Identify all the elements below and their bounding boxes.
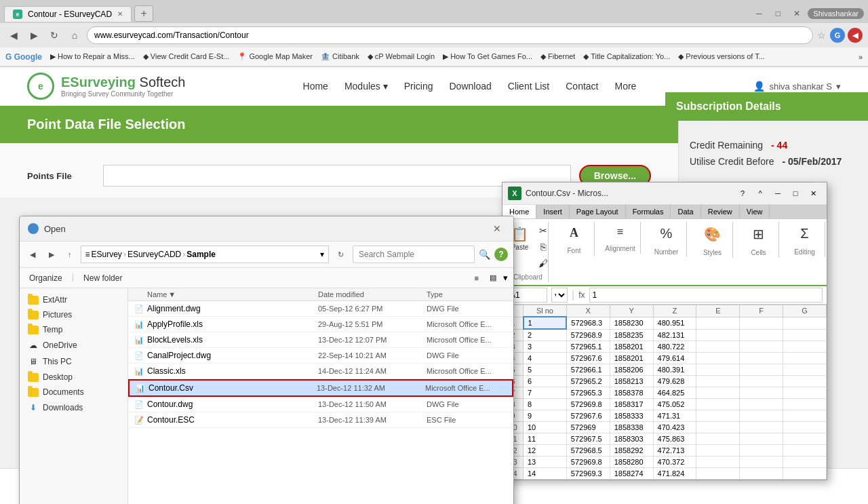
cell[interactable] bbox=[783, 353, 827, 364]
window-close-button[interactable]: ✕ bbox=[789, 5, 805, 22]
sidebar-item-documents[interactable]: Documents bbox=[20, 385, 127, 400]
cell[interactable]: 1858235 bbox=[610, 329, 653, 341]
excel-tab-review[interactable]: Review bbox=[701, 205, 740, 218]
bookmark-6[interactable]: ▶ How To Get Games Fo... bbox=[443, 52, 532, 61]
cell[interactable] bbox=[783, 399, 827, 410]
table-row[interactable]: 99572967.61858333471.31 bbox=[503, 410, 827, 422]
excel-tab-pagelayout[interactable]: Page Layout bbox=[570, 205, 626, 218]
cell[interactable]: 475.052 bbox=[653, 399, 696, 410]
cell[interactable] bbox=[696, 457, 740, 468]
cell[interactable]: 480.951 bbox=[653, 317, 696, 329]
cell[interactable]: 470.423 bbox=[653, 422, 696, 433]
cell[interactable]: 12 bbox=[524, 445, 567, 457]
cell[interactable]: 482.131 bbox=[653, 329, 696, 341]
col-type[interactable]: Type bbox=[427, 290, 508, 298]
sidebar-item-pictures[interactable]: Pictures bbox=[20, 307, 127, 322]
cell[interactable]: 572968.5 bbox=[566, 445, 610, 457]
extension-icon[interactable]: ◀ bbox=[848, 28, 863, 43]
file-blocklevels[interactable]: 📊 BlockLevels.xls 13-Dec-12 12:07 PM Mic… bbox=[128, 332, 513, 348]
table-row[interactable]: 1111572967.51858303475.863 bbox=[503, 433, 827, 445]
excel-tab-view[interactable]: View bbox=[740, 205, 770, 218]
cell[interactable]: 1858230 bbox=[610, 317, 653, 329]
cell[interactable]: 1858201 bbox=[610, 341, 653, 353]
cell[interactable]: 471.824 bbox=[653, 468, 696, 480]
cell[interactable]: 3 bbox=[524, 341, 567, 353]
search-input[interactable] bbox=[353, 246, 475, 263]
dialog-up-button[interactable]: ↑ bbox=[63, 248, 77, 261]
points-file-input[interactable] bbox=[103, 165, 571, 187]
cell[interactable]: 6 bbox=[524, 376, 567, 387]
bookmark-2[interactable]: ◆ View Credit Card E-St... bbox=[143, 52, 230, 61]
col-y[interactable]: Y bbox=[610, 305, 653, 317]
cell[interactable] bbox=[696, 387, 740, 399]
url-input[interactable] bbox=[87, 26, 813, 44]
cell[interactable]: 1858317 bbox=[610, 399, 653, 410]
cell[interactable] bbox=[740, 329, 783, 341]
cell[interactable] bbox=[783, 317, 827, 329]
cell[interactable]: 1858378 bbox=[610, 387, 653, 399]
cell[interactable] bbox=[696, 445, 740, 457]
forward-button[interactable]: ▶ bbox=[26, 27, 42, 43]
cell[interactable]: 572969.8 bbox=[566, 399, 610, 410]
cell[interactable] bbox=[696, 341, 740, 353]
sync-icon[interactable]: G bbox=[830, 28, 845, 43]
sidebar-item-onedrive[interactable]: ☁ OneDrive bbox=[20, 337, 127, 353]
cell[interactable] bbox=[696, 329, 740, 341]
view-details-button[interactable]: ▤ bbox=[486, 271, 500, 285]
bookmark-3[interactable]: 📍 Google Map Maker bbox=[237, 52, 313, 61]
cell[interactable] bbox=[696, 376, 740, 387]
breadcrumb-dropdown[interactable]: ▾ bbox=[320, 250, 324, 259]
browser-tab[interactable]: e Contour - ESurveyCAD ✕ bbox=[4, 6, 132, 22]
cell[interactable]: 572968.9 bbox=[566, 329, 610, 341]
cell[interactable] bbox=[783, 410, 827, 422]
nav-home[interactable]: Home bbox=[303, 81, 328, 92]
excel-tab-insert[interactable]: Insert bbox=[536, 205, 570, 218]
table-row[interactable]: 66572965.21858213479.628 bbox=[503, 376, 827, 387]
cell[interactable]: 572967.6 bbox=[566, 353, 610, 364]
cell[interactable]: 2 bbox=[524, 329, 567, 341]
nav-more[interactable]: More bbox=[614, 81, 636, 92]
sidebar-item-thispc[interactable]: 🖥 This PC bbox=[20, 353, 127, 370]
col-date[interactable]: Date modified bbox=[318, 290, 427, 298]
cell[interactable]: 1858206 bbox=[610, 364, 653, 376]
breadcrumb-sample[interactable]: Sample bbox=[186, 250, 216, 259]
dialog-forward-button[interactable]: ▶ bbox=[44, 248, 59, 262]
view-dropdown[interactable]: ▾ bbox=[503, 273, 508, 283]
file-alignment[interactable]: 📄 Alignment.dwg 05-Sep-12 6:27 PM DWG Fi… bbox=[128, 301, 513, 317]
sidebar-item-downloads[interactable]: ⬇ Downloads bbox=[20, 400, 127, 416]
file-contouresc[interactable]: 📝 Contour.ESC 13-Dec-12 11:39 AM ESC Fil… bbox=[128, 412, 513, 428]
organize-button[interactable]: Organize bbox=[25, 271, 66, 285]
cell[interactable]: 572967.6 bbox=[566, 410, 610, 422]
col-f[interactable]: F bbox=[740, 305, 783, 317]
cell[interactable]: 572966.1 bbox=[566, 364, 610, 376]
cell[interactable]: 14 bbox=[524, 468, 567, 480]
excel-ribbon-toggle[interactable]: ^ bbox=[752, 187, 768, 199]
cell[interactable] bbox=[783, 457, 827, 468]
search-button[interactable]: 🔍 bbox=[479, 249, 490, 260]
cut-button[interactable]: ✂ bbox=[536, 223, 550, 238]
cell[interactable] bbox=[783, 445, 827, 457]
cell[interactable]: 9 bbox=[524, 410, 567, 422]
user-menu[interactable]: 👤 shiva shankar S ▾ bbox=[753, 81, 841, 92]
cell[interactable] bbox=[696, 468, 740, 480]
sidebar-item-extattr[interactable]: ExtAttr bbox=[20, 292, 127, 307]
col-g[interactable]: G bbox=[783, 305, 827, 317]
table-row[interactable]: 10105729691858338470.423 bbox=[503, 422, 827, 433]
alignment-button[interactable]: ≡ bbox=[607, 223, 634, 242]
bookmark-8[interactable]: ◆ Title Capitalization: Yo... bbox=[583, 52, 670, 61]
bookmark-5[interactable]: ◆ cP Webmail Login bbox=[368, 52, 435, 61]
cell[interactable] bbox=[740, 445, 783, 457]
cell[interactable]: 572967.5 bbox=[566, 433, 610, 445]
cell[interactable] bbox=[740, 376, 783, 387]
col-z[interactable]: Z bbox=[653, 305, 696, 317]
table-row[interactable]: 1313572969.81858280470.372 bbox=[503, 457, 827, 468]
copy-button[interactable]: ⎘ bbox=[536, 239, 550, 254]
cell[interactable]: 1858333 bbox=[610, 410, 653, 422]
cell[interactable] bbox=[783, 387, 827, 399]
cell[interactable] bbox=[740, 399, 783, 410]
bookmark-9[interactable]: ◆ Previous versions of T... bbox=[678, 52, 765, 61]
cell[interactable] bbox=[740, 341, 783, 353]
bookmark-7[interactable]: ◆ Fibernet bbox=[540, 52, 575, 61]
table-row[interactable]: 22572968.91858235482.131 bbox=[503, 329, 827, 341]
table-row[interactable]: 11572968.31858230480.951 bbox=[503, 317, 827, 329]
